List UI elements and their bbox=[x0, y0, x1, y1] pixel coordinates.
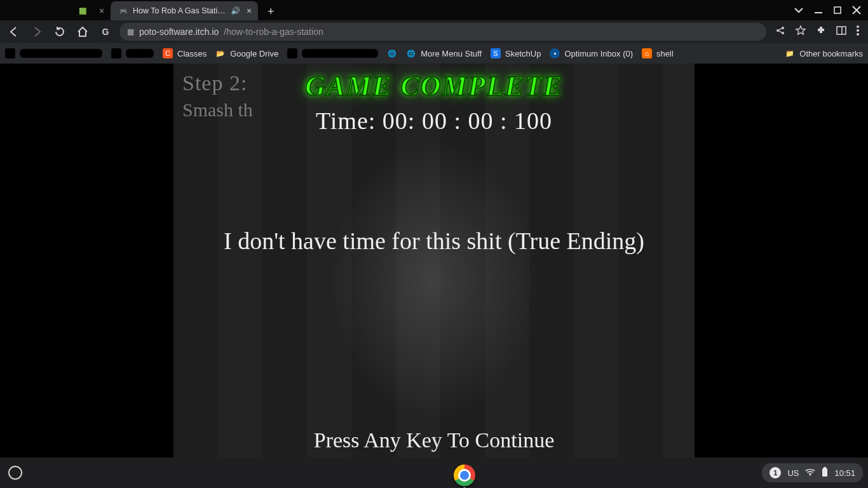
svg-line-7 bbox=[779, 29, 782, 30]
keyboard-indicator: US bbox=[787, 468, 799, 478]
notification-count[interactable]: 1 bbox=[770, 467, 781, 478]
new-tab-button[interactable]: + bbox=[262, 3, 280, 20]
completion-time: Time: 00: 00 : 00 : 100 bbox=[173, 107, 695, 135]
svg-point-13 bbox=[857, 33, 859, 36]
svg-rect-1 bbox=[834, 7, 841, 13]
sidepanel-icon[interactable] bbox=[836, 25, 846, 38]
ending-title: I don't have time for this shit (True En… bbox=[173, 222, 695, 260]
bookmarks-bar: CClasses 📂Google Drive 🌐 🌐More Menu Stuf… bbox=[0, 43, 868, 64]
bookmark-redacted[interactable] bbox=[111, 48, 154, 58]
kebab-menu-icon[interactable] bbox=[857, 25, 859, 38]
chrome-icon bbox=[454, 464, 475, 486]
bookmark-label: Google Drive bbox=[230, 49, 278, 58]
bookmark-more-menu-stuff[interactable]: 🌐More Menu Stuff bbox=[406, 48, 482, 58]
bookmark-label: Classes bbox=[177, 49, 207, 58]
clock: 10:51 bbox=[834, 468, 855, 478]
reload-button[interactable] bbox=[51, 23, 69, 41]
browser-tab-active[interactable]: 🎮 How To Rob A Gas Station b 🔊 × bbox=[111, 1, 258, 20]
system-tray[interactable]: 1 US 10:51 bbox=[762, 458, 863, 488]
bookmark-google-drive[interactable]: 📂Google Drive bbox=[215, 48, 278, 58]
svg-point-12 bbox=[857, 29, 859, 32]
status-pill[interactable]: 1 US 10:51 bbox=[762, 463, 863, 482]
bookmark-optimum-inbox[interactable]: •Optimum Inbox (0) bbox=[550, 48, 633, 58]
bookmark-label: Optimum Inbox (0) bbox=[564, 49, 633, 58]
google-search-button[interactable]: G bbox=[97, 23, 114, 41]
browser-tab-inactive[interactable]: 🟩 × bbox=[70, 1, 111, 20]
tab-audio-icon[interactable]: 🔊 bbox=[231, 6, 240, 15]
globe-icon: 🌐 bbox=[406, 48, 416, 58]
other-bookmarks-label: Other bookmarks bbox=[799, 49, 863, 58]
game-complete-heading: GAME COMPLETE bbox=[173, 70, 695, 102]
window-controls bbox=[787, 0, 868, 20]
shelf-chrome-app[interactable] bbox=[454, 464, 475, 486]
bookmark-redacted[interactable] bbox=[5, 48, 102, 58]
bookmark-sketchup[interactable]: SSketchUp bbox=[491, 48, 541, 58]
folder-icon: 📁 bbox=[785, 48, 795, 58]
bookmark-label: More Menu Stuff bbox=[421, 49, 482, 58]
tab-title: How To Rob A Gas Station b bbox=[133, 6, 226, 15]
bookmark-label: shell bbox=[656, 49, 674, 58]
toolbar-right bbox=[771, 25, 863, 38]
wifi-icon bbox=[805, 468, 815, 478]
browser-toolbar: G ▦ poto-software.itch.io/how-to-rob-a-g… bbox=[0, 20, 868, 43]
tab-favicon: 🎮 bbox=[118, 6, 128, 16]
bookmark-shell[interactable]: ⌂shell bbox=[642, 48, 674, 58]
site-info-icon[interactable]: ▦ bbox=[127, 27, 134, 36]
bookmark-star-icon[interactable] bbox=[796, 25, 806, 38]
svg-line-8 bbox=[779, 31, 782, 32]
game-canvas[interactable]: Step 2: Smash th GAME COMPLETE Time: 00:… bbox=[173, 64, 695, 458]
close-window-icon[interactable] bbox=[853, 6, 860, 14]
svg-point-11 bbox=[857, 25, 859, 28]
home-button[interactable] bbox=[74, 23, 92, 41]
maximize-icon[interactable] bbox=[834, 6, 841, 14]
bookmark-classes[interactable]: CClasses bbox=[163, 48, 207, 58]
forward-button[interactable] bbox=[28, 23, 46, 41]
url-path: /how-to-rob-a-gas-station bbox=[224, 27, 323, 37]
launcher-icon bbox=[8, 466, 22, 480]
bookmark-label: SketchUp bbox=[505, 49, 541, 58]
chromeos-shelf: 1 US 10:51 bbox=[0, 458, 868, 488]
page-viewport: Step 2: Smash th GAME COMPLETE Time: 00:… bbox=[0, 64, 868, 458]
url-host: poto-software.itch.io bbox=[139, 27, 219, 37]
minimize-icon[interactable] bbox=[815, 6, 822, 14]
tab-favicon: 🟩 bbox=[78, 6, 88, 16]
launcher-button[interactable] bbox=[0, 458, 31, 488]
bookmark-icon-only[interactable]: 🌐 bbox=[387, 48, 397, 58]
close-tab-icon[interactable]: × bbox=[247, 6, 252, 16]
tab-search-icon[interactable] bbox=[794, 6, 803, 15]
battery-icon bbox=[822, 467, 828, 479]
address-bar[interactable]: ▦ poto-software.itch.io/how-to-rob-a-gas… bbox=[119, 23, 766, 41]
svg-rect-15 bbox=[822, 468, 827, 477]
share-icon[interactable] bbox=[775, 25, 785, 38]
svg-rect-16 bbox=[824, 467, 826, 468]
continue-prompt: Press Any Key To Continue bbox=[173, 428, 695, 452]
globe-icon: 🌐 bbox=[387, 48, 397, 58]
close-tab-icon[interactable]: × bbox=[99, 6, 104, 16]
svg-rect-9 bbox=[837, 27, 846, 34]
other-bookmarks-button[interactable]: 📁Other bookmarks bbox=[785, 48, 863, 58]
drive-icon: 📂 bbox=[215, 48, 226, 58]
extensions-icon[interactable] bbox=[816, 25, 826, 38]
svg-point-14 bbox=[810, 475, 811, 476]
bookmark-redacted[interactable] bbox=[287, 48, 378, 58]
back-button[interactable] bbox=[5, 23, 23, 41]
browser-tab-strip: 🟩 × 🎮 How To Rob A Gas Station b 🔊 × + bbox=[0, 0, 868, 20]
